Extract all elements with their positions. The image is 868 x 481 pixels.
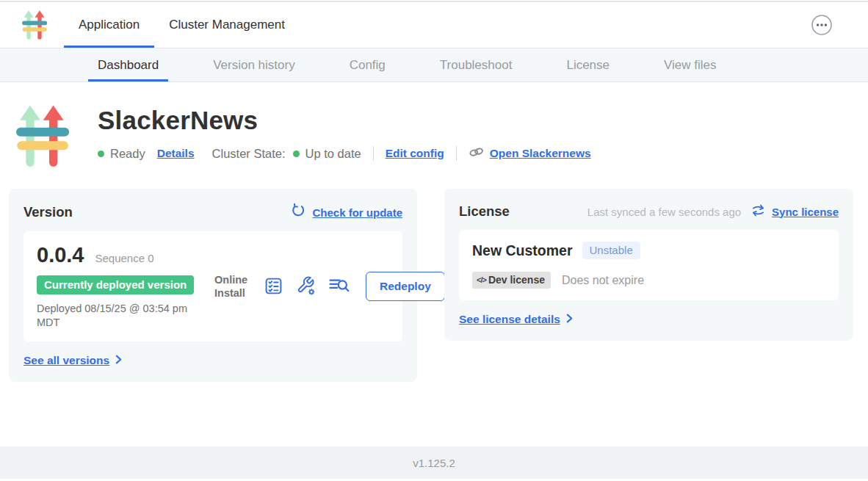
cluster-state-value: Up to date — [305, 147, 361, 161]
app-status-row: Ready Details Cluster State: Up to date … — [98, 146, 591, 161]
license-expiry: Does not expire — [562, 274, 644, 287]
top-navbar: Application Cluster Management — [0, 2, 868, 48]
view-logs-icon[interactable] — [328, 276, 350, 296]
check-update-action[interactable]: Check for update — [291, 203, 402, 221]
version-card-header: Version Check for update — [23, 203, 402, 221]
redeploy-button[interactable]: Redeploy — [366, 272, 445, 301]
version-info: 0.0.4 Sequence 0 Currently deployed vers… — [37, 243, 213, 330]
cluster-state-label: Cluster State: — [212, 147, 286, 161]
tab-license[interactable]: License — [557, 48, 619, 82]
app-header: SlackerNews Ready Details Cluster State:… — [16, 102, 868, 172]
last-synced-label: Last synced a few seconds ago — [587, 206, 741, 218]
ellipsis-icon — [811, 27, 833, 38]
dashboard-cards: Version Check for update — [9, 189, 853, 382]
console-version: v1.125.2 — [413, 457, 455, 469]
license-card-title: License — [459, 203, 510, 220]
channel-badge: Unstable — [582, 242, 640, 259]
see-license-details-group[interactable]: See license details — [459, 313, 573, 326]
chevron-right-icon — [115, 354, 122, 367]
dashboard-main: SlackerNews Ready Details Cluster State:… — [0, 82, 868, 446]
edit-config-icon[interactable] — [296, 276, 316, 296]
tab-version-history[interactable]: Version history — [203, 48, 305, 82]
sync-license-link[interactable]: Sync license — [772, 206, 839, 218]
app-logo-icon — [22, 10, 48, 41]
open-app-group[interactable]: Open Slackernews — [469, 146, 591, 161]
app-status-dot — [98, 151, 104, 157]
edit-config-link[interactable]: Edit config — [386, 147, 444, 160]
tab-view-files[interactable]: View files — [654, 48, 726, 82]
version-actions: Online Install — [214, 272, 445, 301]
see-all-versions-group[interactable]: See all versions — [23, 354, 122, 367]
tab-troubleshoot[interactable]: Troubleshoot — [430, 48, 522, 82]
sync-arrows-icon — [751, 204, 765, 220]
cluster-state-dot — [293, 151, 300, 157]
tab-dashboard[interactable]: Dashboard — [88, 48, 168, 82]
status-divider — [456, 146, 457, 161]
customer-name: New Customer — [472, 242, 573, 259]
install-type-label: Online Install — [214, 273, 251, 300]
see-license-details-link[interactable]: See license details — [459, 313, 560, 326]
current-version-panel: 0.0.4 Sequence 0 Currently deployed vers… — [23, 231, 402, 341]
check-for-update-link[interactable]: Check for update — [312, 206, 402, 219]
deployed-timestamp: Deployed 08/15/25 @ 03:54 pm MDT — [37, 302, 213, 330]
status-details-link[interactable]: Details — [157, 147, 195, 160]
license-info-panel: New Customer Unstable </> Dev license Do… — [459, 230, 839, 300]
topnav-tabs: Application Cluster Management — [64, 2, 300, 48]
tab-cluster-management[interactable]: Cluster Management — [154, 2, 300, 48]
app-logo-large-icon — [16, 102, 72, 172]
version-card-title: Version — [23, 204, 73, 220]
refresh-icon — [291, 203, 305, 221]
tab-application[interactable]: Application — [64, 2, 154, 48]
admin-console-page: Application Cluster Management Dashboard… — [0, 0, 868, 481]
app-status-label: Ready — [110, 147, 145, 161]
version-card: Version Check for update — [9, 189, 417, 382]
preflight-checks-icon[interactable] — [264, 276, 283, 296]
console-footer: v1.125.2 — [0, 446, 868, 479]
deployed-status-badge: Currently deployed version — [37, 275, 194, 294]
see-all-versions-link[interactable]: See all versions — [23, 354, 109, 367]
license-card-header: License Last synced a few seconds ago — [459, 203, 839, 220]
sequence-label: Sequence 0 — [95, 252, 154, 264]
code-icon: </> — [477, 275, 486, 284]
more-menu-button[interactable] — [811, 14, 833, 36]
chevron-right-icon — [566, 313, 573, 326]
app-subnav: Dashboard Version history Config Trouble… — [0, 48, 868, 82]
page-title: SlackerNews — [98, 106, 591, 135]
license-type-badge: </> Dev license — [472, 272, 551, 289]
app-header-text: SlackerNews Ready Details Cluster State:… — [98, 102, 591, 172]
license-type-label: Dev license — [488, 274, 545, 286]
sync-license-action[interactable]: Sync license — [751, 204, 839, 220]
tab-config[interactable]: Config — [340, 48, 395, 82]
link-chain-icon — [469, 146, 485, 161]
open-slackernews-link[interactable]: Open Slackernews — [490, 147, 591, 160]
status-divider — [373, 146, 374, 161]
version-number: 0.0.4 — [37, 243, 84, 267]
license-card: License Last synced a few seconds ago — [444, 189, 853, 341]
